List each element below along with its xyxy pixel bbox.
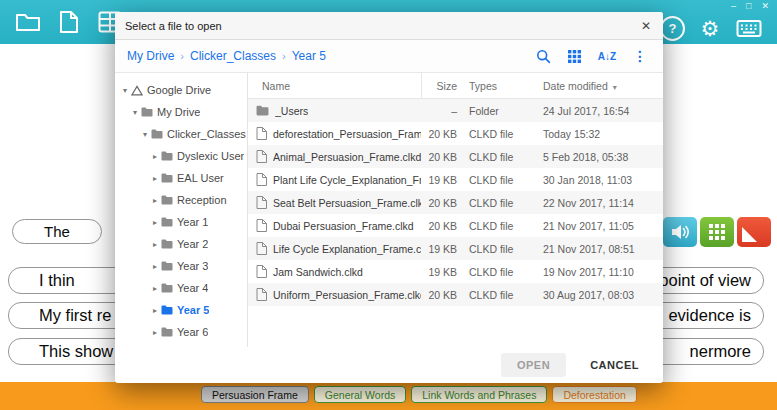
tab-persuasion-frame[interactable]: Persuasion Frame: [201, 386, 309, 403]
folder-icon: [256, 105, 269, 116]
file-type: CLKD file: [457, 128, 533, 140]
tree-item-label: Year 6: [177, 326, 208, 338]
chevron-right-icon[interactable]: ▸: [149, 240, 161, 249]
table-row[interactable]: _Users – Folder 24 Jul 2017, 16:54: [248, 99, 663, 122]
settings-gear-icon[interactable]: ⚙: [696, 14, 724, 42]
folder-icon[interactable]: [14, 8, 42, 36]
chevron-right-icon[interactable]: ▸: [149, 174, 161, 183]
speaker-icon: [671, 224, 689, 240]
table-row[interactable]: deforestation_Persuasion_Frame.clkd 20 K…: [248, 122, 663, 145]
file-icon: [256, 150, 267, 163]
chevron-down-icon[interactable]: ▾: [139, 130, 151, 139]
file-name: Jam Sandwich.clkd: [273, 266, 363, 278]
column-name[interactable]: Name: [248, 80, 421, 92]
tree-item-year-6[interactable]: ▸ Year 6: [115, 321, 247, 343]
tree-item-year-4[interactable]: ▸ Year 4: [115, 277, 247, 299]
search-icon[interactable]: [536, 49, 551, 64]
tree-item-year-3[interactable]: ▸ Year 3: [115, 255, 247, 277]
chevron-right-icon[interactable]: ▸: [149, 218, 161, 227]
word-cell-the[interactable]: The: [12, 219, 102, 244]
tree-item-year-1[interactable]: ▸ Year 1: [115, 211, 247, 233]
file-size: 20 KB: [421, 128, 457, 140]
toolbar-icons: A↓Z ⋮: [536, 48, 651, 64]
drive-icon: [131, 85, 143, 96]
tree-item-google-drive[interactable]: ▾ Google Drive: [115, 79, 247, 101]
document-icon[interactable]: [55, 8, 83, 36]
tree-item-year-5[interactable]: ▸ Year 5: [115, 299, 247, 321]
file-type: Folder: [457, 105, 533, 117]
folder-icon: [141, 107, 153, 117]
tab-deforestation[interactable]: Deforestation: [552, 386, 636, 403]
close-icon[interactable]: ✕: [639, 19, 653, 33]
chevron-right-icon[interactable]: ▸: [149, 284, 161, 293]
chevron-down-icon[interactable]: ▾: [129, 108, 141, 117]
tree-item-label: Clicker_Classes: [167, 128, 246, 140]
maximize-icon[interactable]: □: [746, 1, 751, 11]
breadcrumb-clicker-classes[interactable]: Clicker_Classes: [190, 49, 276, 63]
tree-item-reception[interactable]: ▸ Reception: [115, 189, 247, 211]
more-options-icon[interactable]: ⋮: [633, 48, 647, 64]
file-modified: 24 Jul 2017, 16:54: [533, 105, 663, 117]
chevron-right-icon[interactable]: ▸: [149, 196, 161, 205]
table-row[interactable]: Dubai Persuasion_Frame.clkd 20 KB CLKD f…: [248, 214, 663, 237]
table-row[interactable]: Animal_Persuasion_Frame.clkd 20 KB CLKD …: [248, 145, 663, 168]
chevron-right-icon[interactable]: ▸: [149, 152, 161, 161]
breadcrumb-year-5[interactable]: Year 5: [292, 49, 326, 63]
tree-item-clicker-classes[interactable]: ▾ Clicker_Classes: [115, 123, 247, 145]
file-type: CLKD file: [457, 266, 533, 278]
breadcrumb-my-drive[interactable]: My Drive: [127, 49, 174, 63]
file-icon: [256, 265, 267, 278]
column-size[interactable]: Size: [421, 73, 457, 98]
table-row[interactable]: Jam Sandwich.clkd 19 KB CLKD file 19 Nov…: [248, 260, 663, 283]
grid-button[interactable]: [700, 217, 734, 247]
bottom-tab-bar: Persuasion Frame General Words Link Word…: [0, 382, 777, 410]
tree-item-label: Dyslexic User: [177, 150, 244, 162]
tree-item-label: Year 1: [177, 216, 208, 228]
word-row-left: This show: [39, 342, 113, 361]
tree-item-dyslexic-user[interactable]: ▸ Dyslexic User: [115, 145, 247, 167]
folder-icon: [161, 151, 173, 161]
table-row[interactable]: Plant Life Cycle_Explanation_Frame.clkd …: [248, 168, 663, 191]
tree-item-my-drive[interactable]: ▾ My Drive: [115, 101, 247, 123]
file-size: 19 KB: [421, 174, 457, 186]
cancel-button[interactable]: CANCEL: [580, 353, 649, 377]
file-list: Name Size Types Date modified▾ _Users – …: [248, 73, 663, 347]
folder-icon: [161, 239, 173, 249]
file-icon: [256, 196, 267, 209]
open-button[interactable]: OPEN: [501, 353, 566, 377]
tab-general-words[interactable]: General Words: [314, 386, 406, 403]
chevron-down-icon[interactable]: ▾: [119, 86, 131, 95]
grid-view-icon[interactable]: [568, 50, 581, 63]
file-icon: [256, 219, 267, 232]
tree-item-label: Year 5: [177, 304, 209, 316]
file-icon: [256, 242, 267, 255]
table-row[interactable]: Seat Belt Persuasion_Frame.clkd 20 KB CL…: [248, 191, 663, 214]
help-icon[interactable]: ?: [660, 16, 685, 41]
minimize-icon[interactable]: –: [731, 1, 736, 11]
column-date-modified[interactable]: Date modified▾: [533, 80, 663, 92]
sort-az-icon[interactable]: A↓Z: [598, 51, 616, 62]
file-type: CLKD file: [457, 151, 533, 163]
keyboard-icon[interactable]: [735, 14, 763, 42]
chevron-right-icon[interactable]: ▸: [149, 306, 161, 315]
table-row[interactable]: Uniform_Persuasion_Frame.clkd 20 KB CLKD…: [248, 283, 663, 306]
folder-icon: [161, 195, 173, 205]
column-types[interactable]: Types: [457, 80, 533, 92]
file-icon: [256, 288, 267, 301]
table-row[interactable]: Life Cycle Explanation_Frame.clkd 19 KB …: [248, 237, 663, 260]
file-modified: 30 Aug 2017, 08:03: [533, 289, 663, 301]
tree-item-label: Reception: [177, 194, 227, 206]
close-window-icon[interactable]: ✕: [761, 1, 769, 11]
tree-item-year-2[interactable]: ▸ Year 2: [115, 233, 247, 255]
file-size: 20 KB: [421, 220, 457, 232]
tab-link-words[interactable]: Link Words and Phrases: [411, 386, 547, 403]
chevron-right-icon: ›: [282, 50, 286, 62]
chevron-right-icon[interactable]: ▸: [149, 262, 161, 271]
tree-item-eal-user[interactable]: ▸ EAL User: [115, 167, 247, 189]
folder-icon: [161, 173, 173, 183]
file-name: _Users: [275, 105, 308, 117]
chevron-right-icon[interactable]: ▸: [149, 328, 161, 337]
speaker-button[interactable]: [663, 217, 697, 247]
red-app-button[interactable]: [737, 217, 771, 247]
file-modified: 22 Nov 2017, 11:14: [533, 197, 663, 209]
